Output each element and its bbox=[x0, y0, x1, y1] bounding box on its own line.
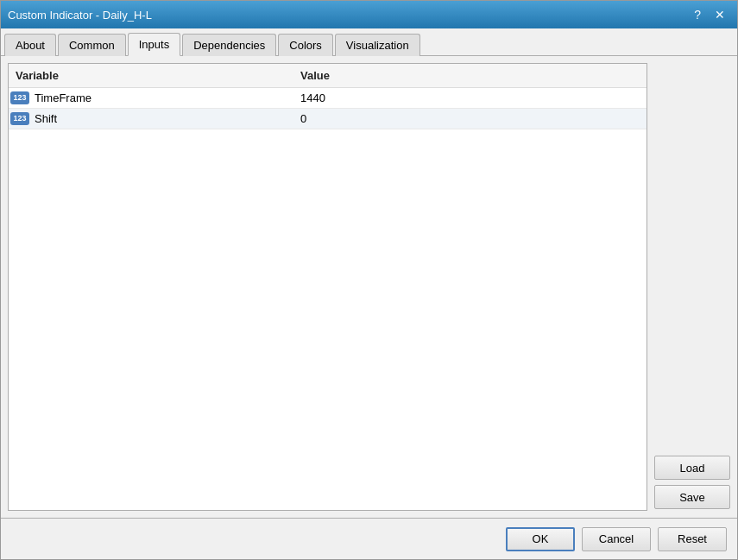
column-variable: Variable bbox=[9, 67, 293, 84]
close-button[interactable]: ✕ bbox=[710, 7, 730, 22]
row-value-shift[interactable]: 0 bbox=[293, 109, 647, 129]
row-value-timeframe[interactable]: 1440 bbox=[293, 88, 647, 108]
tab-dependencies[interactable]: Dependencies bbox=[182, 34, 276, 56]
title-text: Custom Indicator - Daily_H-L bbox=[8, 9, 152, 22]
help-button[interactable]: ? bbox=[689, 7, 706, 22]
tab-common[interactable]: Common bbox=[58, 34, 126, 56]
table-row[interactable]: 123 Shift 0 bbox=[9, 109, 647, 129]
ok-button[interactable]: OK bbox=[506, 527, 575, 551]
dialog-window: Custom Indicator - Daily_H-L ? ✕ About C… bbox=[0, 0, 738, 560]
tab-visualization[interactable]: Visualization bbox=[335, 34, 420, 56]
title-controls: ? ✕ bbox=[689, 7, 730, 22]
row-name-shift: Shift bbox=[31, 109, 293, 129]
tab-colors[interactable]: Colors bbox=[278, 34, 333, 56]
tabs-bar: About Common Inputs Dependencies Colors … bbox=[1, 28, 737, 56]
load-button[interactable]: Load bbox=[654, 456, 730, 480]
table-row[interactable]: 123 TimeFrame 1440 bbox=[9, 88, 647, 109]
content-area: Variable Value 123 TimeFrame 1440 123 Sh… bbox=[1, 56, 737, 518]
type-badge: 123 bbox=[10, 91, 28, 104]
row-icon-shift: 123 bbox=[9, 109, 31, 129]
column-value: Value bbox=[293, 67, 647, 84]
inputs-table: Variable Value 123 TimeFrame 1440 123 Sh… bbox=[8, 63, 647, 511]
side-panel: Load Save bbox=[654, 63, 730, 511]
reset-button[interactable]: Reset bbox=[658, 527, 727, 551]
row-name-timeframe: TimeFrame bbox=[31, 88, 293, 108]
save-button[interactable]: Save bbox=[654, 485, 730, 509]
tab-inputs[interactable]: Inputs bbox=[128, 33, 180, 56]
table-header: Variable Value bbox=[9, 64, 647, 88]
tab-about[interactable]: About bbox=[4, 34, 56, 56]
row-icon-timeframe: 123 bbox=[9, 88, 31, 108]
cancel-button[interactable]: Cancel bbox=[582, 527, 651, 551]
bottom-bar: OK Cancel Reset bbox=[1, 518, 737, 559]
type-badge: 123 bbox=[10, 112, 28, 125]
title-bar: Custom Indicator - Daily_H-L ? ✕ bbox=[1, 1, 737, 28]
table-body: 123 TimeFrame 1440 123 Shift 0 bbox=[9, 88, 647, 510]
